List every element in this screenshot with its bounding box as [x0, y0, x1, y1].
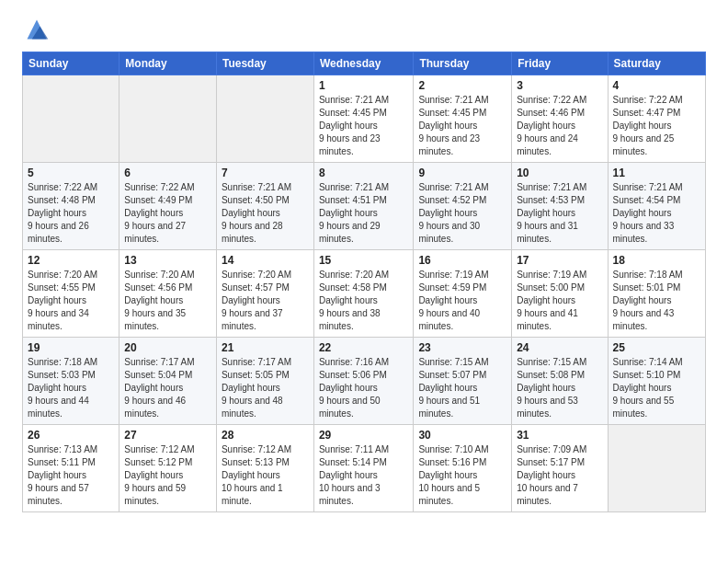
calendar-cell	[608, 425, 705, 512]
calendar-cell: 20Sunrise: 7:17 AMSunset: 5:04 PMDayligh…	[119, 338, 217, 425]
calendar-cell: 13Sunrise: 7:20 AMSunset: 4:56 PMDayligh…	[119, 250, 217, 338]
week-row-2: 12Sunrise: 7:20 AMSunset: 4:55 PMDayligh…	[23, 250, 706, 338]
calendar-header-row: SundayMondayTuesdayWednesdayThursdayFrid…	[23, 52, 706, 75]
week-row-3: 19Sunrise: 7:18 AMSunset: 5:03 PMDayligh…	[23, 338, 706, 425]
cell-content: Sunrise: 7:13 AMSunset: 5:11 PMDaylight …	[28, 443, 114, 508]
day-header-sunday: Sunday	[23, 52, 119, 75]
cell-content: Sunrise: 7:15 AMSunset: 5:07 PMDaylight …	[418, 356, 506, 420]
header	[22, 17, 706, 42]
cell-content: Sunrise: 7:21 AMSunset: 4:45 PMDaylight …	[418, 94, 506, 158]
logo-area	[22, 17, 53, 42]
cell-content: Sunrise: 7:17 AMSunset: 5:04 PMDaylight …	[124, 356, 211, 420]
cell-content: Sunrise: 7:22 AMSunset: 4:49 PMDaylight …	[124, 181, 211, 246]
cell-content: Sunrise: 7:16 AMSunset: 5:06 PMDaylight …	[319, 356, 408, 420]
calendar-cell: 16Sunrise: 7:19 AMSunset: 4:59 PMDayligh…	[414, 250, 512, 338]
cell-content: Sunrise: 7:20 AMSunset: 4:58 PMDaylight …	[319, 269, 408, 333]
day-header-tuesday: Tuesday	[216, 52, 313, 75]
day-number: 4	[613, 79, 700, 92]
cell-content: Sunrise: 7:17 AMSunset: 5:05 PMDaylight …	[222, 356, 309, 420]
logo-icon	[24, 17, 50, 42]
calendar-cell: 24Sunrise: 7:15 AMSunset: 5:08 PMDayligh…	[512, 338, 608, 425]
calendar-cell: 25Sunrise: 7:14 AMSunset: 5:10 PMDayligh…	[608, 338, 705, 425]
day-number: 21	[222, 341, 309, 354]
calendar-cell: 31Sunrise: 7:09 AMSunset: 5:17 PMDayligh…	[512, 425, 608, 512]
calendar-cell: 27Sunrise: 7:12 AMSunset: 5:12 PMDayligh…	[119, 425, 217, 512]
day-number: 6	[124, 167, 211, 179]
day-number: 28	[222, 429, 309, 442]
day-header-wednesday: Wednesday	[313, 52, 413, 75]
calendar-cell	[119, 75, 217, 163]
cell-content: Sunrise: 7:20 AMSunset: 4:57 PMDaylight …	[222, 269, 309, 333]
calendar-table: SundayMondayTuesdayWednesdayThursdayFrid…	[22, 52, 706, 512]
day-number: 2	[418, 79, 506, 92]
cell-content: Sunrise: 7:14 AMSunset: 5:10 PMDaylight …	[613, 356, 700, 420]
day-number: 26	[28, 429, 114, 442]
calendar-cell	[23, 75, 119, 163]
cell-content: Sunrise: 7:21 AMSunset: 4:52 PMDaylight …	[418, 181, 506, 246]
cell-content: Sunrise: 7:21 AMSunset: 4:53 PMDaylight …	[517, 181, 602, 246]
day-number: 17	[517, 254, 602, 267]
calendar-cell: 18Sunrise: 7:18 AMSunset: 5:01 PMDayligh…	[608, 250, 705, 338]
calendar-cell: 9Sunrise: 7:21 AMSunset: 4:52 PMDaylight…	[414, 163, 512, 250]
day-header-friday: Friday	[512, 52, 608, 75]
cell-content: Sunrise: 7:21 AMSunset: 4:45 PMDaylight …	[319, 94, 408, 158]
day-number: 10	[517, 167, 602, 179]
cell-content: Sunrise: 7:20 AMSunset: 4:56 PMDaylight …	[124, 269, 211, 333]
calendar-cell: 15Sunrise: 7:20 AMSunset: 4:58 PMDayligh…	[313, 250, 413, 338]
day-number: 3	[517, 79, 602, 92]
cell-content: Sunrise: 7:20 AMSunset: 4:55 PMDaylight …	[28, 269, 114, 333]
calendar-cell: 10Sunrise: 7:21 AMSunset: 4:53 PMDayligh…	[512, 163, 608, 250]
cell-content: Sunrise: 7:22 AMSunset: 4:46 PMDaylight …	[517, 94, 602, 158]
day-number: 1	[319, 79, 408, 92]
calendar-cell: 21Sunrise: 7:17 AMSunset: 5:05 PMDayligh…	[216, 338, 313, 425]
cell-content: Sunrise: 7:21 AMSunset: 4:51 PMDaylight …	[319, 181, 408, 246]
day-number: 20	[124, 341, 211, 354]
day-number: 7	[222, 167, 309, 179]
cell-content: Sunrise: 7:21 AMSunset: 4:54 PMDaylight …	[613, 181, 700, 246]
calendar-cell: 19Sunrise: 7:18 AMSunset: 5:03 PMDayligh…	[23, 338, 119, 425]
cell-content: Sunrise: 7:18 AMSunset: 5:03 PMDaylight …	[28, 356, 114, 420]
cell-content: Sunrise: 7:22 AMSunset: 4:48 PMDaylight …	[28, 181, 114, 246]
day-number: 11	[613, 167, 700, 179]
week-row-1: 5Sunrise: 7:22 AMSunset: 4:48 PMDaylight…	[23, 163, 706, 250]
page: SundayMondayTuesdayWednesdayThursdayFrid…	[0, 0, 728, 529]
cell-content: Sunrise: 7:09 AMSunset: 5:17 PMDaylight …	[517, 443, 602, 508]
day-number: 18	[613, 254, 700, 267]
day-number: 8	[319, 167, 408, 179]
day-number: 14	[222, 254, 309, 267]
calendar-cell: 23Sunrise: 7:15 AMSunset: 5:07 PMDayligh…	[414, 338, 512, 425]
calendar-cell: 2Sunrise: 7:21 AMSunset: 4:45 PMDaylight…	[414, 75, 512, 163]
day-number: 25	[613, 341, 700, 354]
day-number: 9	[418, 167, 506, 179]
calendar-cell: 11Sunrise: 7:21 AMSunset: 4:54 PMDayligh…	[608, 163, 705, 250]
day-header-saturday: Saturday	[608, 52, 705, 75]
cell-content: Sunrise: 7:11 AMSunset: 5:14 PMDaylight …	[319, 443, 408, 508]
day-number: 19	[28, 341, 114, 354]
calendar-cell: 12Sunrise: 7:20 AMSunset: 4:55 PMDayligh…	[23, 250, 119, 338]
week-row-4: 26Sunrise: 7:13 AMSunset: 5:11 PMDayligh…	[23, 425, 706, 512]
cell-content: Sunrise: 7:10 AMSunset: 5:16 PMDaylight …	[418, 443, 506, 508]
calendar-cell: 28Sunrise: 7:12 AMSunset: 5:13 PMDayligh…	[216, 425, 313, 512]
calendar-cell: 22Sunrise: 7:16 AMSunset: 5:06 PMDayligh…	[313, 338, 413, 425]
day-number: 5	[28, 167, 114, 179]
day-number: 27	[124, 429, 211, 442]
calendar-cell: 14Sunrise: 7:20 AMSunset: 4:57 PMDayligh…	[216, 250, 313, 338]
cell-content: Sunrise: 7:18 AMSunset: 5:01 PMDaylight …	[613, 269, 700, 333]
day-number: 29	[319, 429, 408, 442]
calendar-cell: 7Sunrise: 7:21 AMSunset: 4:50 PMDaylight…	[216, 163, 313, 250]
day-number: 30	[418, 429, 506, 442]
cell-content: Sunrise: 7:12 AMSunset: 5:13 PMDaylight …	[222, 443, 309, 508]
cell-content: Sunrise: 7:21 AMSunset: 4:50 PMDaylight …	[222, 181, 309, 246]
day-number: 16	[418, 254, 506, 267]
calendar-cell: 3Sunrise: 7:22 AMSunset: 4:46 PMDaylight…	[512, 75, 608, 163]
cell-content: Sunrise: 7:12 AMSunset: 5:12 PMDaylight …	[124, 443, 211, 508]
calendar-cell: 26Sunrise: 7:13 AMSunset: 5:11 PMDayligh…	[23, 425, 119, 512]
calendar-cell: 29Sunrise: 7:11 AMSunset: 5:14 PMDayligh…	[313, 425, 413, 512]
day-number: 24	[517, 341, 602, 354]
day-header-thursday: Thursday	[414, 52, 512, 75]
day-number: 23	[418, 341, 506, 354]
cell-content: Sunrise: 7:15 AMSunset: 5:08 PMDaylight …	[517, 356, 602, 420]
calendar-cell: 1Sunrise: 7:21 AMSunset: 4:45 PMDaylight…	[313, 75, 413, 163]
calendar-cell: 4Sunrise: 7:22 AMSunset: 4:47 PMDaylight…	[608, 75, 705, 163]
day-number: 13	[124, 254, 211, 267]
